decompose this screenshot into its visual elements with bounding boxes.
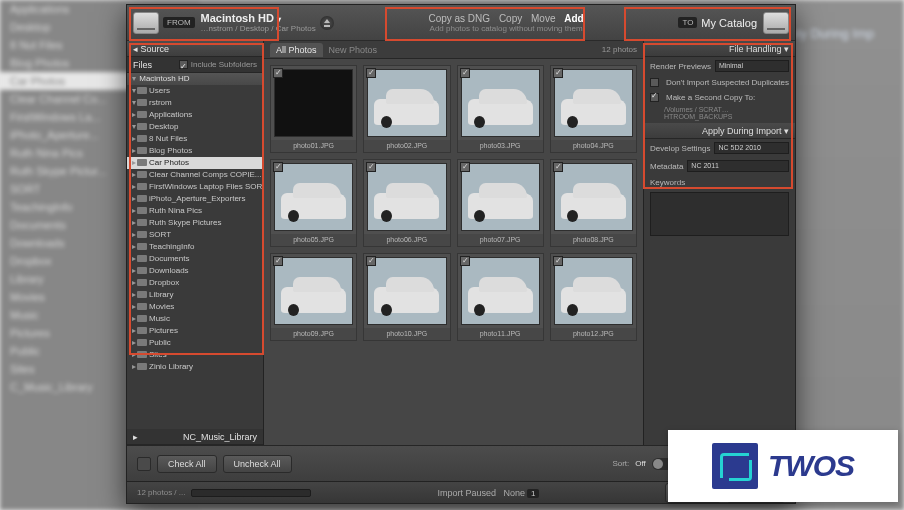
thumb-filename: photo06.JPG bbox=[364, 234, 449, 246]
tree-folder[interactable]: ▸Clear Channel Comps COPIE... bbox=[127, 169, 263, 181]
thumbnail-cell[interactable]: photo08.JPG bbox=[550, 159, 637, 247]
thumb-checkbox[interactable] bbox=[366, 256, 376, 266]
tree-folder[interactable]: ▸SORT bbox=[127, 229, 263, 241]
copy-hint: Add photos to catalog without moving the… bbox=[334, 24, 679, 33]
thumbnail-cell[interactable]: photo06.JPG bbox=[363, 159, 450, 247]
tree-folder[interactable]: ▸Blog Photos bbox=[127, 145, 263, 157]
thumbnail-cell[interactable]: photo09.JPG bbox=[270, 253, 357, 341]
tree-folder[interactable]: ▸Dropbox bbox=[127, 277, 263, 289]
destination-drive-icon[interactable] bbox=[763, 12, 789, 34]
thumbnail-grid[interactable]: photo01.JPGphoto02.JPGphoto03.JPGphoto04… bbox=[264, 59, 643, 445]
thumbnail-cell[interactable]: photo11.JPG bbox=[457, 253, 544, 341]
tree-folder[interactable]: ▸Movies bbox=[127, 301, 263, 313]
source-header[interactable]: ◂ Source bbox=[127, 41, 263, 57]
tree-folder[interactable]: ▸TeachingInfo bbox=[127, 241, 263, 253]
copy-as-dng-tab[interactable]: Copy as DNG bbox=[425, 13, 493, 24]
master-checkbox[interactable] bbox=[137, 457, 151, 471]
move-tab[interactable]: Move bbox=[528, 13, 558, 24]
second-copy-checkbox[interactable] bbox=[650, 93, 659, 102]
develop-settings-label: Develop Settings bbox=[650, 144, 710, 153]
no-duplicates-checkbox[interactable] bbox=[650, 78, 659, 87]
thumb-image bbox=[367, 257, 446, 325]
source-drive-icon[interactable] bbox=[133, 12, 159, 34]
source-panel: ◂ Source Files Include Subfolders ▾ Maci… bbox=[127, 41, 264, 445]
eject-icon[interactable] bbox=[320, 16, 334, 30]
include-subfolders-checkbox[interactable] bbox=[179, 60, 188, 69]
tree-users[interactable]: ▾Users bbox=[127, 85, 263, 97]
thumbnail-cell[interactable]: photo10.JPG bbox=[363, 253, 450, 341]
thumb-checkbox[interactable] bbox=[273, 256, 283, 266]
tab-all-photos[interactable]: All Photos bbox=[270, 43, 323, 57]
tree-folder[interactable]: ▸Ruth Skype Pictures bbox=[127, 217, 263, 229]
status-center: Import Paused None1 bbox=[311, 488, 665, 498]
brand-text: TWOS bbox=[768, 449, 854, 483]
files-header: Files Include Subfolders bbox=[127, 57, 263, 73]
tree-folder[interactable]: ▸Pictures bbox=[127, 325, 263, 337]
tree-folder[interactable]: ▸Music bbox=[127, 313, 263, 325]
thumb-checkbox[interactable] bbox=[553, 256, 563, 266]
from-badge: FROM bbox=[163, 17, 195, 28]
thumbnail-cell[interactable]: photo03.JPG bbox=[457, 65, 544, 153]
file-handling-header[interactable]: File Handling ▾ bbox=[644, 41, 795, 57]
tree-folder[interactable]: ▸Sites bbox=[127, 349, 263, 361]
nc-library-row[interactable]: ▸ NC_Music_Library bbox=[127, 429, 263, 445]
check-all-button[interactable]: Check All bbox=[157, 455, 217, 473]
thumb-checkbox[interactable] bbox=[460, 68, 470, 78]
destination-title[interactable]: My Catalog bbox=[701, 17, 757, 29]
tree-user[interactable]: ▾rstrom bbox=[127, 97, 263, 109]
metadata-select[interactable]: NC 2011 bbox=[687, 160, 789, 172]
thumb-filename: photo07.JPG bbox=[458, 234, 543, 246]
uncheck-all-button[interactable]: Uncheck All bbox=[223, 455, 292, 473]
files-label: Files bbox=[133, 57, 152, 73]
tree-folder[interactable]: ▸Car Photos bbox=[127, 157, 263, 169]
thumb-image bbox=[367, 69, 446, 137]
sort-value[interactable]: Off bbox=[635, 459, 646, 468]
thumb-filename: photo08.JPG bbox=[551, 234, 636, 246]
thumb-checkbox[interactable] bbox=[366, 162, 376, 172]
folder-tree[interactable]: ▾ Macintosh HD▾Users▾rstrom▸Applications… bbox=[127, 73, 263, 429]
tree-folder[interactable]: ▸Library bbox=[127, 289, 263, 301]
copy-tab[interactable]: Copy bbox=[496, 13, 525, 24]
tree-folder[interactable]: ▸FirstWindows Laptop Files SORT bbox=[127, 181, 263, 193]
thumb-filename: photo02.JPG bbox=[364, 140, 449, 152]
thumb-image bbox=[274, 257, 353, 325]
tree-folder[interactable]: ▸8 Nut Files bbox=[127, 133, 263, 145]
tree-folder[interactable]: ▸Documents bbox=[127, 253, 263, 265]
keywords-input[interactable] bbox=[650, 192, 789, 236]
thumb-image bbox=[554, 257, 633, 325]
thumb-checkbox[interactable] bbox=[553, 162, 563, 172]
thumbnail-cell[interactable]: photo05.JPG bbox=[270, 159, 357, 247]
thumbnail-cell[interactable]: photo12.JPG bbox=[550, 253, 637, 341]
thumb-checkbox[interactable] bbox=[273, 162, 283, 172]
thumb-checkbox[interactable] bbox=[273, 68, 283, 78]
thumb-checkbox[interactable] bbox=[460, 256, 470, 266]
thumb-image bbox=[367, 163, 446, 231]
source-info[interactable]: Macintosh HD ▾ …nstrom / Desktop / Car P… bbox=[201, 12, 316, 34]
add-tab[interactable]: Add bbox=[561, 13, 586, 24]
thumbnail-cell[interactable]: photo07.JPG bbox=[457, 159, 544, 247]
thumb-image bbox=[461, 163, 540, 231]
tree-folder[interactable]: ▸Ruth Nina Pics bbox=[127, 205, 263, 217]
thumb-checkbox[interactable] bbox=[366, 68, 376, 78]
thumb-checkbox[interactable] bbox=[553, 68, 563, 78]
thumbnail-cell[interactable]: photo01.JPG bbox=[270, 65, 357, 153]
preview-tabs: All Photos New Photos 12 photos bbox=[264, 41, 643, 59]
thumb-filename: photo11.JPG bbox=[458, 328, 543, 340]
tree-folder[interactable]: ▸Applications bbox=[127, 109, 263, 121]
thumbnail-cell[interactable]: photo04.JPG bbox=[550, 65, 637, 153]
develop-settings-select[interactable]: NC 5D2 2010 bbox=[714, 142, 789, 154]
render-previews-label: Render Previews bbox=[650, 62, 711, 71]
tree-folder[interactable]: ▸Downloads bbox=[127, 265, 263, 277]
apply-during-import-header[interactable]: Apply During Import ▾ bbox=[644, 123, 795, 139]
tab-new-photos[interactable]: New Photos bbox=[323, 43, 384, 57]
tree-device[interactable]: ▾ Macintosh HD bbox=[127, 73, 263, 85]
tree-folder[interactable]: ▸Zinio Library bbox=[127, 361, 263, 373]
metadata-label: Metadata bbox=[650, 162, 683, 171]
render-previews-select[interactable]: Minimal bbox=[715, 60, 789, 72]
tree-folder[interactable]: ▾Desktop bbox=[127, 121, 263, 133]
tree-folder[interactable]: ▸iPhoto_Aperture_Exporters bbox=[127, 193, 263, 205]
thumbnail-cell[interactable]: photo02.JPG bbox=[363, 65, 450, 153]
thumb-filename: photo12.JPG bbox=[551, 328, 636, 340]
thumb-checkbox[interactable] bbox=[460, 162, 470, 172]
tree-folder[interactable]: ▸Public bbox=[127, 337, 263, 349]
